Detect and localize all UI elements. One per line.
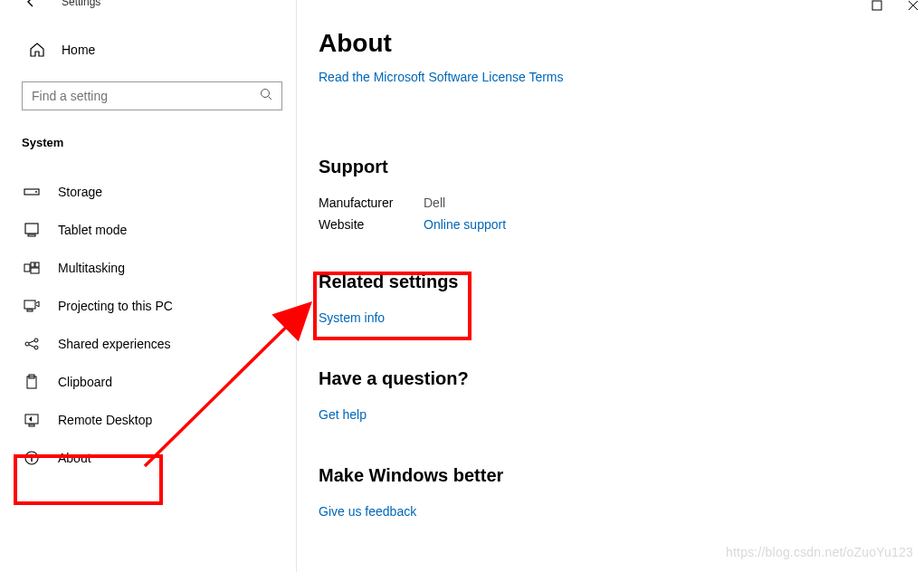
svg-rect-10	[24, 300, 35, 309]
sidebar-item-tablet-mode[interactable]: Tablet mode	[22, 211, 283, 249]
project-icon	[24, 298, 40, 314]
support-heading: Support	[319, 157, 924, 177]
tablet-icon	[24, 222, 40, 238]
sidebar-item-multitasking[interactable]: Multitasking	[22, 249, 283, 287]
svg-point-13	[34, 338, 38, 342]
manufacturer-label: Manufacturer	[319, 195, 424, 210]
sidebar-item-clipboard[interactable]: Clipboard	[22, 363, 283, 401]
related-heading: Related settings	[319, 272, 924, 292]
maximize-button[interactable]	[872, 0, 882, 14]
search-input[interactable]	[32, 89, 260, 103]
sidebar-item-storage[interactable]: Storage	[22, 173, 283, 211]
question-heading: Have a question?	[319, 368, 924, 389]
watermark: https://blog.csdn.net/oZuoYu123	[726, 545, 913, 559]
sidebar-item-projecting[interactable]: Projecting to this PC	[22, 287, 283, 325]
website-label: Website	[319, 217, 424, 232]
svg-point-3	[35, 191, 37, 193]
svg-rect-6	[24, 264, 30, 272]
svg-rect-8	[35, 262, 39, 267]
clipboard-icon	[24, 374, 40, 390]
multitask-icon	[24, 260, 40, 276]
nav-label: Storage	[58, 185, 102, 199]
about-icon	[24, 450, 40, 466]
svg-rect-5	[28, 234, 35, 236]
svg-rect-11	[27, 310, 33, 311]
page-title: About	[319, 29, 924, 58]
license-link[interactable]: Read the Microsoft Software License Term…	[319, 70, 564, 84]
nav-label: About	[58, 451, 91, 465]
storage-icon	[24, 184, 40, 200]
sidebar-item-remote[interactable]: Remote Desktop	[22, 401, 283, 439]
nav-label: Clipboard	[58, 375, 112, 389]
manufacturer-value: Dell	[424, 195, 445, 210]
remote-icon	[24, 412, 40, 428]
search-icon	[260, 88, 272, 104]
nav-label: Projecting to this PC	[58, 299, 173, 313]
back-button[interactable]	[22, 0, 40, 11]
svg-rect-21	[31, 457, 32, 462]
nav-label: Shared experiences	[58, 337, 171, 351]
svg-point-12	[25, 342, 29, 346]
feedback-heading: Make Windows better	[319, 465, 924, 486]
home-label: Home	[62, 43, 95, 57]
sidebar-item-about[interactable]: About	[22, 439, 283, 477]
svg-point-1	[262, 90, 270, 98]
nav-label: Remote Desktop	[58, 413, 152, 427]
website-value[interactable]: Online support	[424, 217, 506, 232]
sidebar-item-shared[interactable]: Shared experiences	[22, 325, 283, 363]
svg-rect-9	[31, 268, 39, 273]
category-heading: System	[22, 136, 283, 149]
svg-rect-4	[25, 224, 38, 234]
shared-icon	[24, 336, 40, 352]
content-pane: About Read the Microsoft Software Licens…	[297, 0, 924, 572]
nav-label: Tablet mode	[58, 223, 127, 237]
svg-point-14	[34, 346, 38, 349]
close-button[interactable]	[908, 0, 919, 14]
feedback-link[interactable]: Give us feedback	[319, 504, 924, 519]
nav-label: Multitasking	[58, 261, 125, 275]
search-input-container[interactable]	[22, 81, 282, 110]
home-icon	[29, 42, 45, 58]
home-nav[interactable]: Home	[22, 38, 283, 62]
window-title: Settings	[62, 0, 100, 8]
system-info-link[interactable]: System info	[319, 310, 924, 325]
sidebar: Home System Storage Tablet mode Multitas…	[0, 0, 297, 572]
get-help-link[interactable]: Get help	[319, 407, 924, 422]
svg-rect-7	[31, 262, 34, 267]
svg-rect-0	[872, 1, 881, 10]
svg-point-20	[31, 454, 33, 456]
svg-rect-18	[29, 424, 34, 426]
